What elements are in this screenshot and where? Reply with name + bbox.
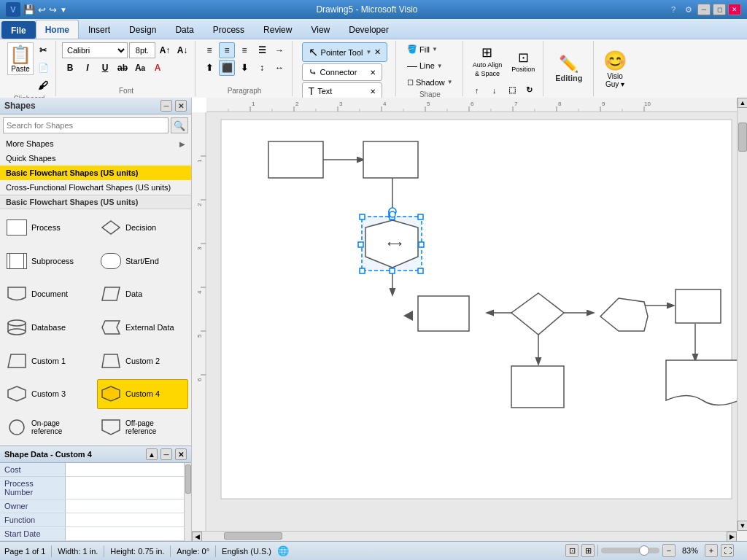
- shapes-quick-shapes[interactable]: Quick Shapes: [0, 151, 191, 166]
- fill-dd-icon[interactable]: ▼: [432, 46, 438, 52]
- increase-indent-button[interactable]: →: [271, 42, 287, 58]
- canvas[interactable]: ⟷: [206, 112, 737, 531]
- align-right-button[interactable]: ≡: [236, 42, 252, 58]
- shape-data-scroll-area[interactable]: Cost Process Number Owner Function Start…: [0, 463, 191, 541]
- copy-button[interactable]: 📄: [35, 60, 51, 76]
- paste-button[interactable]: 📋 Paste: [7, 42, 34, 75]
- text-close-icon[interactable]: ✕: [370, 88, 376, 96]
- save-icon[interactable]: 💾: [23, 4, 35, 15]
- pointer-tool-button[interactable]: ↖ Pointer Tool ▼ ✕: [302, 42, 388, 62]
- tab-view[interactable]: View: [301, 20, 339, 39]
- font-name-select[interactable]: Calibri: [62, 42, 128, 58]
- shadow-button[interactable]: ◻ Shadow ▼: [402, 75, 458, 89]
- align-left-button[interactable]: ≡: [201, 42, 217, 58]
- shapes-search-input[interactable]: [3, 117, 169, 133]
- zoom-out-button[interactable]: −: [662, 544, 676, 557]
- shape-offpage-ref[interactable]: Off-pagereference: [97, 412, 188, 443]
- align-middle-button[interactable]: ⬛: [219, 60, 235, 76]
- increase-font-button[interactable]: A↑: [157, 42, 173, 58]
- spacing-button[interactable]: ↕: [254, 60, 270, 76]
- cut-button[interactable]: ✂: [35, 42, 51, 58]
- options-icon[interactable]: ⚙: [682, 4, 695, 15]
- shape-onpage-ref[interactable]: On-pagereference: [3, 412, 94, 443]
- pointer-dropdown-icon[interactable]: ▼: [365, 49, 371, 55]
- scroll-left-button[interactable]: ◀: [192, 532, 202, 542]
- line-button[interactable]: — Line ▼: [402, 58, 448, 74]
- tab-process[interactable]: Process: [204, 20, 254, 39]
- shape-data-scroll-up[interactable]: ▲: [146, 448, 158, 460]
- close-btn[interactable]: ✕: [728, 4, 741, 15]
- tab-home[interactable]: Home: [36, 20, 79, 39]
- format-painter-button[interactable]: 🖌: [35, 77, 51, 93]
- minimize-btn[interactable]: ─: [697, 4, 711, 15]
- italic-button[interactable]: I: [80, 60, 96, 76]
- zoom-slider[interactable]: [601, 548, 659, 553]
- shape-external-data[interactable]: External Data: [97, 312, 188, 343]
- shape-data-owner-value[interactable]: [66, 499, 191, 513]
- canvas-area[interactable]: 1 2 3 4 5 6 7 8 9 10: [192, 98, 737, 531]
- shape-custom2[interactable]: Custom 2: [97, 346, 188, 376]
- auto-align-button[interactable]: ⊞ Auto Align & Space: [469, 42, 506, 81]
- vertical-scrollbar[interactable]: ▲ ▼: [737, 98, 747, 531]
- position-button[interactable]: ⊡ Position: [508, 42, 538, 81]
- visioguy-button[interactable]: 😊 Visio Guy ▾: [602, 48, 628, 90]
- shape-database[interactable]: Database: [3, 312, 94, 343]
- more-para-button[interactable]: ↔: [271, 60, 287, 76]
- shapes-cross-functional[interactable]: Cross-Functional Flowchart Shapes (US un…: [0, 180, 191, 195]
- shape-data-scroll-thumb[interactable]: [185, 464, 191, 494]
- connector-tool-button[interactable]: ⤷ Connector ✕: [302, 63, 382, 81]
- full-screen-button[interactable]: ⛶: [721, 544, 734, 557]
- superscript-button[interactable]: Aa: [132, 60, 148, 76]
- tab-developer[interactable]: Developer: [339, 20, 398, 39]
- font-color-button[interactable]: A: [150, 60, 166, 76]
- shape-custom3[interactable]: Custom 3: [3, 379, 94, 410]
- shape-custom1[interactable]: Custom 1: [3, 346, 94, 376]
- shape-data-scrollbar[interactable]: [184, 463, 191, 541]
- tab-insert[interactable]: Insert: [79, 20, 120, 39]
- scroll-down-button[interactable]: ▼: [738, 521, 747, 531]
- tab-data[interactable]: Data: [166, 20, 203, 39]
- redo-icon[interactable]: ↪: [49, 4, 57, 15]
- pointer-close-icon[interactable]: ✕: [374, 47, 381, 57]
- shape-data-processnumber-value[interactable]: [66, 477, 191, 499]
- underline-button[interactable]: U: [97, 60, 113, 76]
- bullets-button[interactable]: ☰: [254, 42, 270, 58]
- shape-data-cost-value[interactable]: [66, 463, 191, 476]
- zoom-in-button[interactable]: +: [705, 544, 718, 557]
- shadow-dd-icon[interactable]: ▼: [447, 79, 453, 85]
- group-button[interactable]: ⬚: [504, 82, 520, 98]
- vscroll-track[interactable]: [738, 108, 747, 521]
- shapes-minimize-button[interactable]: ─: [160, 100, 172, 112]
- connector-close-icon[interactable]: ✕: [370, 69, 376, 77]
- hscroll-thumb[interactable]: [224, 532, 282, 540]
- shape-data-close[interactable]: ✕: [175, 448, 187, 460]
- tab-review[interactable]: Review: [254, 20, 301, 39]
- shapes-close-button[interactable]: ✕: [175, 100, 187, 112]
- help-icon[interactable]: ?: [667, 4, 680, 15]
- line-dd-icon[interactable]: ▼: [437, 63, 443, 69]
- align-top-button[interactable]: ⬆: [201, 60, 217, 76]
- shape-document[interactable]: Document: [3, 279, 94, 309]
- shape-process[interactable]: Process: [3, 212, 94, 243]
- scroll-up-button[interactable]: ▲: [738, 98, 747, 108]
- fill-button[interactable]: 🪣 Fill ▼: [402, 42, 443, 56]
- shape-data[interactable]: Data: [97, 279, 188, 309]
- restore-btn[interactable]: ◻: [713, 4, 726, 15]
- shape-custom4[interactable]: Custom 4: [97, 379, 188, 410]
- customize-icon[interactable]: ▼: [60, 6, 67, 14]
- decrease-font-button[interactable]: A↓: [174, 42, 190, 58]
- shape-decision[interactable]: Decision: [97, 212, 188, 243]
- normal-view-button[interactable]: ⊡: [565, 544, 578, 557]
- undo-icon[interactable]: ↩: [38, 4, 46, 15]
- fit-page-button[interactable]: ⊞: [581, 544, 595, 557]
- shape-start-end[interactable]: Start/End: [97, 246, 188, 276]
- shape-data-minimize[interactable]: ─: [160, 448, 172, 460]
- shape-data-startdate-value[interactable]: [66, 527, 191, 540]
- hscroll-track[interactable]: [202, 532, 727, 541]
- shapes-search-button[interactable]: 🔍: [171, 117, 188, 133]
- scroll-right-button[interactable]: ▶: [727, 532, 737, 542]
- shapes-basic-flowchart[interactable]: Basic Flowchart Shapes (US units): [0, 166, 191, 180]
- zoom-thumb[interactable]: [639, 545, 649, 556]
- bold-button[interactable]: B: [62, 60, 78, 76]
- font-size-input[interactable]: [129, 42, 155, 58]
